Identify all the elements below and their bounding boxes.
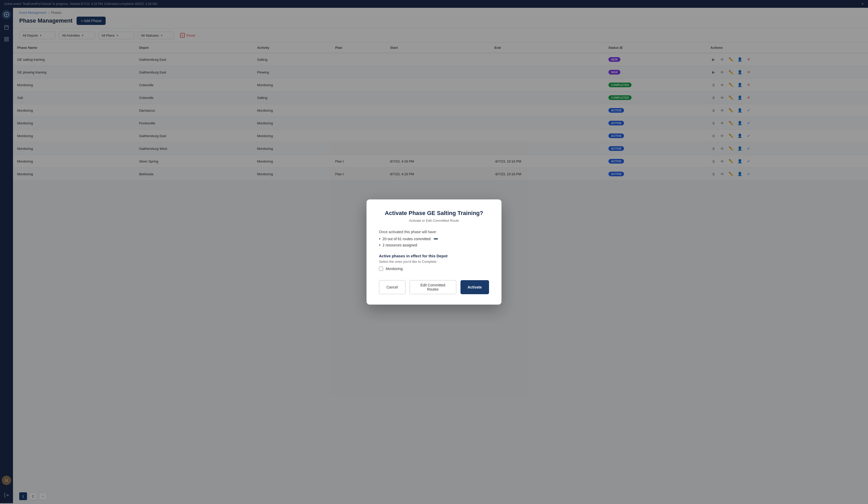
monitoring-label: Monitoring <box>386 267 403 271</box>
modal-info: Once activated this phase will have: 20 … <box>379 230 489 247</box>
resources-item: 2 resources assigned <box>379 243 489 247</box>
section-title: Active phases in effect for this Depot <box>379 254 489 258</box>
activate-button[interactable]: Activate <box>461 280 489 294</box>
modal-subtitle: Activate or Edit Committed Route <box>379 219 489 223</box>
route-count-badge <box>434 238 438 239</box>
monitoring-checkbox-row: Monitoring <box>379 267 489 271</box>
modal-footer: Cancel Edit Committed Routes Activate <box>379 280 489 294</box>
section-sub: Select the ones you'd like to Complete: <box>379 260 489 264</box>
modal-title: Activate Phase GE Salting Training? <box>379 210 489 217</box>
modal-bullet-list: 20 out of 61 routes committed 2 resource… <box>379 237 489 247</box>
activate-phase-modal: Activate Phase GE Salting Training? Acti… <box>366 199 502 305</box>
modal-overlay: Activate Phase GE Salting Training? Acti… <box>0 0 868 503</box>
edit-committed-routes-button[interactable]: Edit Committed Routes <box>410 280 456 294</box>
cancel-button[interactable]: Cancel <box>379 280 405 294</box>
resources-text: 2 resources assigned <box>383 243 417 247</box>
routes-text: 20 out of 61 routes committed <box>383 237 431 241</box>
modal-info-text: Once activated this phase will have: <box>379 230 489 234</box>
active-phases-section: Active phases in effect for this Depot S… <box>379 254 489 271</box>
routes-committed-item: 20 out of 61 routes committed <box>379 237 489 241</box>
monitoring-checkbox[interactable] <box>379 267 383 271</box>
